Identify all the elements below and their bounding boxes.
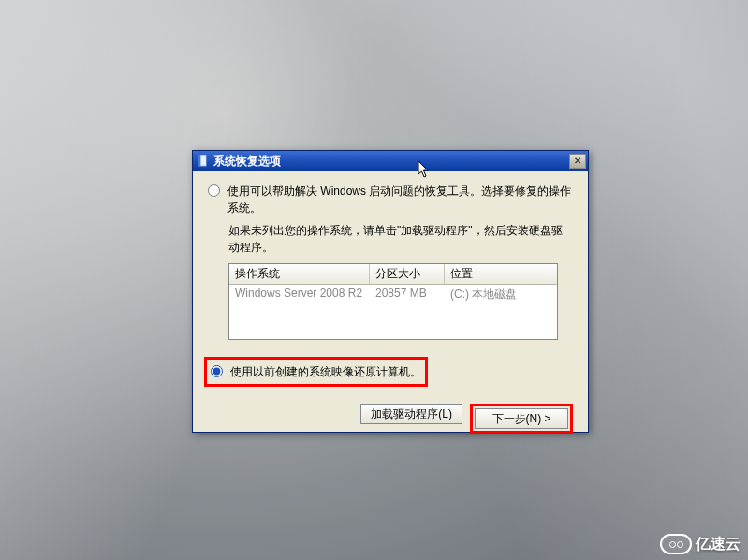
titlebar[interactable]: 系统恢复选项 ✕ xyxy=(193,151,588,171)
svg-rect-1 xyxy=(198,155,201,166)
watermark-text: 亿速云 xyxy=(696,535,741,554)
option-restore-image-highlight: 使用以前创建的系统映像还原计算机。 xyxy=(204,357,428,387)
option-recovery-tools[interactable]: 使用可以帮助解决 Windows 启动问题的恢复工具。选择要修复的操作系统。 xyxy=(208,183,573,216)
radio-restore-image[interactable] xyxy=(211,365,223,377)
option-hint-text: 如果未列出您的操作系统，请单击"加载驱动程序"，然后安装硬盘驱动程序。 xyxy=(228,222,573,256)
close-icon: ✕ xyxy=(574,155,581,167)
table-header: 操作系统 分区大小 位置 xyxy=(229,264,557,285)
button-row: 加载驱动程序(L) 下一步(N) > xyxy=(208,404,573,434)
cell-os: Windows Server 2008 R2 xyxy=(229,285,370,304)
recovery-dialog: 系统恢复选项 ✕ 使用可以帮助解决 Windows 启动问题的恢复工具。选择要修… xyxy=(192,150,589,433)
option-recovery-tools-label: 使用可以帮助解决 Windows 启动问题的恢复工具。选择要修复的操作系统。 xyxy=(227,183,573,216)
watermark-cloud-icon xyxy=(660,534,692,554)
next-button[interactable]: 下一步(N) > xyxy=(475,408,568,429)
desktop-background: 系统恢复选项 ✕ 使用可以帮助解决 Windows 启动问题的恢复工具。选择要修… xyxy=(0,0,748,560)
close-button[interactable]: ✕ xyxy=(569,154,586,169)
radio-recovery-tools[interactable] xyxy=(208,184,220,197)
window-title: 系统恢复选项 xyxy=(213,154,569,169)
next-button-highlight: 下一步(N) > xyxy=(470,404,573,434)
col-os[interactable]: 操作系统 xyxy=(229,264,370,284)
table-rows: Windows Server 2008 R2 20857 MB (C:) 本地磁… xyxy=(229,285,557,339)
col-size[interactable]: 分区大小 xyxy=(370,264,445,284)
cell-size: 20857 MB xyxy=(370,285,445,304)
os-table: 操作系统 分区大小 位置 Windows Server 2008 R2 2085… xyxy=(228,263,558,340)
load-drivers-button[interactable]: 加载驱动程序(L) xyxy=(360,404,462,424)
option-restore-image-label: 使用以前创建的系统映像还原计算机。 xyxy=(230,363,421,380)
table-row[interactable]: Windows Server 2008 R2 20857 MB (C:) 本地磁… xyxy=(229,285,557,304)
option-restore-image[interactable]: 使用以前创建的系统映像还原计算机。 xyxy=(211,363,421,380)
col-location[interactable]: 位置 xyxy=(445,264,557,284)
cell-location: (C:) 本地磁盘 xyxy=(445,285,557,304)
app-icon xyxy=(197,155,210,168)
watermark: 亿速云 xyxy=(660,534,741,554)
dialog-body: 使用可以帮助解决 Windows 启动问题的恢复工具。选择要修复的操作系统。 如… xyxy=(193,171,588,443)
